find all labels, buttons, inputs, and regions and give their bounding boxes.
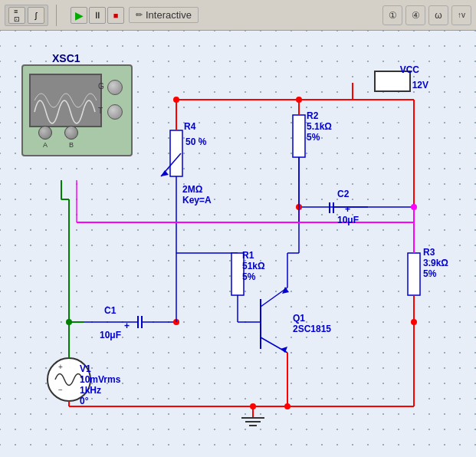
svg-point-26 [173,97,179,103]
divider-1 [56,5,57,26]
probe-a[interactable] [38,126,52,140]
vcc-source [374,71,411,92]
right-btn-2[interactable]: ④ [405,5,425,25]
svg-point-46 [411,319,417,325]
svg-rect-40 [408,253,420,295]
svg-point-25 [296,97,302,103]
right-toolbar: ① ④ ω ↑v [382,5,471,25]
toolbar-left-group: ≡⊡ ∫ [5,5,48,26]
probe-b[interactable] [64,126,78,140]
svg-marker-11 [161,170,169,176]
svg-point-45 [411,204,417,210]
oscilloscope-screen [29,74,102,127]
svg-point-66 [284,403,291,409]
pause-button[interactable]: ⏸ [89,7,106,24]
oscilloscope-probes: A B [38,126,78,149]
pencil-icon: ✏ [136,10,143,20]
t-label: T [98,107,103,115]
oscilloscope-g-knob[interactable]: G [107,80,123,95]
oscilloscope-title: XSC1 [52,52,80,64]
svg-rect-14 [293,115,305,157]
waveform-button[interactable]: ∫ [28,7,44,24]
probe-b-label: B [69,141,74,149]
sim-controls: ▶ ⏸ ■ [71,7,124,24]
svg-rect-28 [231,253,244,295]
oscilloscope-t-knob[interactable]: T [107,104,123,120]
interactive-mode-label: ✏ Interactive [129,7,199,23]
menu-button[interactable]: ≡⊡ [8,7,25,24]
svg-text:−: − [58,386,63,394]
right-btn-3[interactable]: ω [428,5,448,25]
toolbar: ≡⊡ ∫ ▶ ⏸ ■ ✏ Interactive ① ④ ω ↑v [0,0,476,31]
svg-point-65 [250,403,256,409]
svg-line-32 [261,288,287,307]
g-label: G [98,82,104,90]
mode-text: Interactive [146,9,192,21]
play-button[interactable]: ▶ [71,7,87,24]
right-btn-1[interactable]: ① [382,5,402,25]
right-btn-4[interactable]: ↑v [451,5,471,25]
svg-text:+: + [58,363,63,371]
oscilloscope-xsc1[interactable]: G T A B [21,64,133,156]
circuit-canvas: + − G T [0,31,476,457]
svg-point-64 [66,319,72,325]
stop-button[interactable]: ■ [107,7,124,24]
svg-point-59 [48,358,90,401]
probe-a-label: A [43,141,48,149]
